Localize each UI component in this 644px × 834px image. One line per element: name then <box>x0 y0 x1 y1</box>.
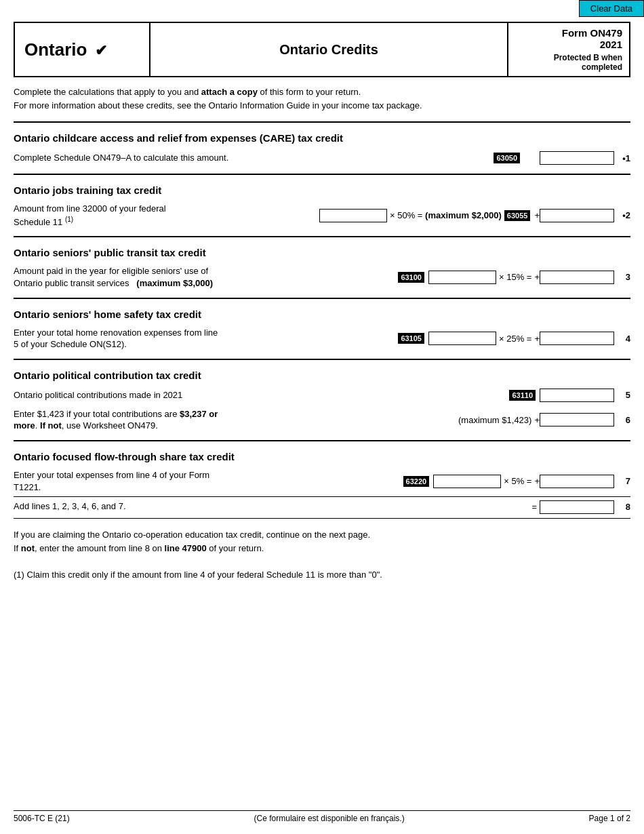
flow-calc7: 63220 × 5% = + <box>224 475 540 488</box>
code-63100: 63100 <box>398 272 424 283</box>
code-63105: 63105 <box>398 333 424 344</box>
home-safety-label: Enter your total home renovation expense… <box>14 327 224 351</box>
political-label6: Enter $1,423 if your total contributions… <box>14 408 244 432</box>
notes-section: If you are claiming the Ontario co-opera… <box>14 528 630 581</box>
political-calc6: (maximum $1,423) + <box>244 415 540 425</box>
flow-through-title: Ontario focused flow-through share tax c… <box>14 451 630 462</box>
form-title-area: Ontario Credits <box>150 23 507 76</box>
form-footer: 5006-TC E (21) (Ce formulaire est dispon… <box>14 810 630 823</box>
care-label: Complete Schedule ON479–A to calculate t… <box>14 152 266 164</box>
section-divider-top <box>14 121 630 123</box>
trillium-icon: ✔ <box>95 42 107 59</box>
form-meta-area: Form ON479 2021 Protected B when complet… <box>507 23 629 76</box>
transit-label: Amount paid in the year for eligible sen… <box>14 265 224 289</box>
transit-input[interactable] <box>428 271 496 284</box>
protected-label: Protected B when completed <box>515 53 622 72</box>
intro-text: Complete the calculations that apply to … <box>14 85 630 112</box>
note3: (1) Claim this credit only if the amount… <box>14 568 630 582</box>
jobs-result-input[interactable] <box>540 209 614 222</box>
political-calc5: 63110 5 <box>509 389 630 402</box>
political-bullet6: 6 <box>617 415 630 425</box>
ontario-logo-area: Ontario ✔ <box>15 23 150 76</box>
home-safety-result: 4 <box>540 332 630 345</box>
code-63220: 63220 <box>403 476 430 487</box>
divider-2 <box>14 174 630 175</box>
ontario-logo: Ontario ✔ <box>24 39 107 60</box>
jobs-calc: × 50% = (maximum $2,000) 63055 + <box>203 209 540 222</box>
transit-title: Ontario seniors' public transit tax cred… <box>14 247 630 258</box>
political-row5: Ontario political contributions made in … <box>14 385 630 405</box>
divider-5 <box>14 359 630 360</box>
form-id: Form ON479 2021 <box>515 27 622 50</box>
divider-4 <box>14 298 630 299</box>
code-63050: 63050 <box>494 153 520 163</box>
flow-row7: Enter your total expenses from line 4 of… <box>14 466 630 496</box>
political-result6-input[interactable] <box>540 413 614 426</box>
jobs-input[interactable] <box>319 209 387 222</box>
flow-result7: 7 <box>540 475 630 488</box>
code-63055: 63055 <box>504 210 531 221</box>
flow-label8: Add lines 1, 2, 3, 4, 6, and 7. <box>14 500 522 513</box>
political-label5: Ontario political contributions made in … <box>14 389 504 401</box>
flow-result7-input[interactable] <box>540 475 614 488</box>
political-bullet5: 5 <box>617 390 630 400</box>
political-row6: Enter $1,423 if your total contributions… <box>14 405 630 435</box>
care-input[interactable] <box>540 151 614 165</box>
clear-data-button[interactable]: Clear Data <box>579 0 644 17</box>
footer-code: 5006-TC E (21) <box>14 814 70 823</box>
jobs-label: Amount from line 32000 of your federal S… <box>14 203 203 228</box>
form-content: Complete the calculations that apply to … <box>14 85 630 581</box>
flow-label7: Enter your total expenses from line 4 of… <box>14 469 224 494</box>
care-row: Complete Schedule ON479–A to calculate t… <box>14 148 630 168</box>
flow-row8: Add lines 1, 2, 3, 4, 6, and 7. = 8 <box>14 496 630 517</box>
jobs-row: Amount from line 32000 of your federal S… <box>14 200 630 231</box>
care-title: Ontario childcare access and relief from… <box>14 132 630 144</box>
code-63110: 63110 <box>509 390 536 401</box>
jobs-bullet: •2 <box>617 210 630 220</box>
transit-result-input[interactable] <box>540 271 614 284</box>
intro-line2: For more information about these credits… <box>14 99 630 113</box>
note1: If you are claiming the Ontario co-opera… <box>14 528 630 542</box>
home-safety-bullet: 4 <box>617 334 630 344</box>
home-safety-input[interactable] <box>428 332 496 345</box>
jobs-result: •2 <box>540 209 630 222</box>
flow-input7[interactable] <box>433 475 501 488</box>
divider-6 <box>14 440 630 441</box>
political-input5[interactable] <box>540 389 614 402</box>
home-safety-calc: 63105 × 25% = + <box>224 332 540 345</box>
jobs-title: Ontario jobs training tax credit <box>14 184 630 196</box>
transit-row: Amount paid in the year for eligible sen… <box>14 262 630 292</box>
political-title: Ontario political contribution tax credi… <box>14 370 630 381</box>
political-result6: 6 <box>540 413 630 426</box>
form-header: Ontario ✔ Ontario Credits Form ON479 202… <box>14 22 630 77</box>
transit-calc: 63100 × 15% = + <box>224 271 540 284</box>
flow-bullet7: 7 <box>617 476 630 486</box>
divider-3 <box>14 236 630 237</box>
home-safety-title: Ontario seniors' home safety tax credit <box>14 309 630 320</box>
care-mid: 63050 <box>266 153 526 163</box>
flow-result8-input[interactable] <box>540 500 614 514</box>
flow-bullet8: 8 <box>617 502 630 512</box>
divider-notes <box>14 518 630 519</box>
intro-line1: Complete the calculations that apply to … <box>14 85 630 99</box>
home-safety-result-input[interactable] <box>540 332 614 345</box>
footer-french: (Ce formulaire est disponible en françai… <box>254 814 405 823</box>
transit-result: 3 <box>540 271 630 284</box>
transit-bullet: 3 <box>617 272 630 282</box>
ontario-text: Ontario <box>24 39 87 60</box>
form-title: Ontario Credits <box>279 42 378 58</box>
footer-page: Page 1 of 2 <box>589 814 630 823</box>
home-safety-row: Enter your total home renovation expense… <box>14 324 630 353</box>
note2: If not, enter the amount from line 8 on … <box>14 542 630 555</box>
care-bullet: •1 <box>617 153 630 163</box>
flow-result8: = 8 <box>522 500 630 514</box>
care-result: •1 <box>525 151 630 165</box>
